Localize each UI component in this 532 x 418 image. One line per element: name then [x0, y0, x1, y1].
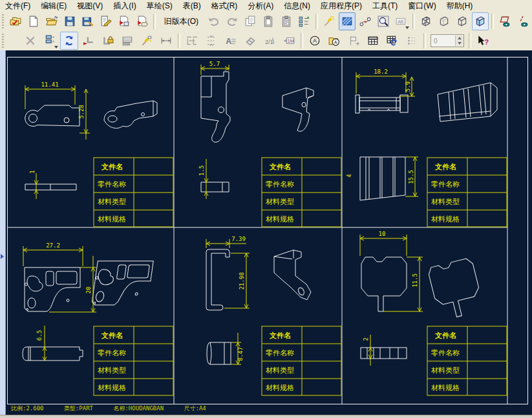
dim-thickness[interactable]: 1 — [29, 170, 36, 173]
menu-analysis[interactable]: 分析(A) — [242, 0, 279, 12]
datum-axis-toggle-button[interactable] — [515, 12, 531, 30]
dimension-button[interactable] — [157, 32, 175, 50]
menu-info[interactable]: 信息(N) — [279, 0, 315, 12]
ratio-2-1-icon: 2/1 — [264, 35, 275, 47]
paste-button[interactable] — [260, 12, 277, 30]
dim-width[interactable]: 7.39 — [231, 236, 246, 242]
dim-thickness[interactable]: 1.5 — [198, 165, 205, 176]
menu-applications[interactable]: 应用程序(P) — [315, 0, 367, 12]
dim-width[interactable]: 10 — [379, 231, 386, 237]
title-block[interactable]: 文件名 零件名称 材料类型 材料规格 — [427, 326, 507, 395]
save-button[interactable] — [61, 12, 78, 30]
title-block[interactable]: 文件名 零件名称 材料类型 材料规格 — [94, 158, 173, 227]
sheet-cell-trigger-hook[interactable]: 5.7 1.5 文件名 零件名称 材料类型 材料规格 — [174, 57, 342, 227]
clean-dims-button[interactable] — [138, 32, 156, 50]
save-as-button[interactable] — [80, 12, 96, 30]
menu-insert[interactable]: 插入(I) — [108, 0, 141, 12]
ratio-scale-button[interactable]: 2/1 — [261, 32, 279, 50]
old-version-button[interactable]: 旧版本(O) — [158, 12, 204, 30]
spray-clean-button[interactable] — [321, 12, 337, 30]
dim-thickness[interactable]: 6.5 — [36, 330, 43, 340]
title-block[interactable]: 文件名 零件名称 材料类型 材料规格 — [262, 158, 341, 227]
pattern-fill-button[interactable] — [339, 12, 356, 30]
dim-height[interactable]: 5.28 — [78, 105, 85, 119]
sheet-cell-side-bracket[interactable]: 27.2 20 6.5 文件名 零件名称 材料类型 材料规格 — [7, 227, 174, 404]
menu-tools[interactable]: 工具(T) — [367, 0, 403, 12]
dim-height[interactable]: 5.9 — [405, 81, 411, 92]
table-update-button[interactable] — [383, 32, 401, 50]
folder-axis-button[interactable]: A — [325, 32, 343, 50]
axis-display-button[interactable]: A — [306, 32, 324, 50]
dim-rib-width[interactable]: 4 — [346, 174, 352, 177]
undo-button[interactable] — [206, 12, 222, 30]
spinner-up-icon[interactable] — [456, 36, 463, 41]
text-style-button[interactable]: A — [222, 32, 240, 50]
dim-depth[interactable]: 8.47 — [237, 347, 244, 361]
align-dims-button[interactable] — [202, 32, 220, 50]
pdf-export-button[interactable] — [116, 12, 133, 30]
dim-width[interactable]: 5.7 — [209, 61, 220, 67]
link-chain-button[interactable] — [357, 12, 374, 30]
title-block[interactable]: 文件名 零件名称 材料类型 材料规格 — [427, 158, 507, 227]
dim-width[interactable]: 27.2 — [46, 242, 60, 249]
drawing-canvas[interactable]: 11.41 5.28 1 文件名 零件名称 材料类型 材料规格 — [6, 50, 532, 415]
regenerate-list-button[interactable] — [296, 12, 313, 30]
status-scale: 比例:2.600 — [11, 405, 44, 412]
detail-options-button[interactable] — [403, 32, 421, 50]
iso-view — [282, 88, 314, 131]
redo-button[interactable] — [224, 12, 240, 30]
copy-button[interactable] — [242, 12, 259, 30]
dim-width[interactable]: 18.2 — [374, 68, 388, 75]
table-rows-button[interactable] — [118, 32, 136, 50]
table-button[interactable] — [364, 32, 382, 50]
rename-button[interactable]: AB — [393, 12, 410, 30]
scale-1m-button[interactable]: 1M — [280, 32, 298, 50]
toolbar-gripper[interactable] — [2, 34, 4, 48]
eraser-button[interactable] — [241, 32, 259, 50]
menu-sketch[interactable]: 草绘(S) — [142, 0, 178, 12]
sheet-cell-octagon-plate[interactable]: 10 11.5 2 文件名 零件名称 材料类型 材料规格 — [342, 227, 507, 404]
menu-help[interactable]: 帮助(H) — [442, 0, 478, 12]
new-file-button[interactable] — [25, 12, 42, 30]
export-edit-button[interactable] — [98, 12, 114, 30]
dim-height[interactable]: 20 — [85, 287, 92, 294]
datum-plane-toggle-button[interactable] — [496, 12, 513, 30]
window-pane-button[interactable] — [183, 32, 201, 50]
menu-table[interactable]: 表(B) — [178, 0, 206, 12]
dim-thickness[interactable]: 2 — [363, 337, 369, 340]
sheet-cell-c-channel[interactable]: 7.39 21.98 8.47 文件名 零件名称 材料类型 — [174, 227, 342, 404]
menu-edit[interactable]: 编辑(E) — [36, 0, 72, 12]
display-hidden-line-button[interactable] — [436, 12, 452, 30]
menu-format[interactable]: 格式(R) — [206, 0, 243, 12]
display-wireframe-button[interactable] — [418, 12, 434, 30]
delete-button[interactable] — [21, 32, 39, 50]
menu-window[interactable]: 窗口(W) — [403, 0, 441, 12]
layer-stack-button[interactable] — [41, 32, 59, 50]
insert-arrow-button[interactable] — [80, 32, 98, 50]
open-file-button[interactable] — [43, 12, 60, 30]
display-shaded-button[interactable] — [472, 12, 489, 30]
menu-file[interactable]: 文件(F) — [0, 0, 36, 12]
dim-width[interactable]: 11.41 — [41, 81, 58, 88]
find-button[interactable] — [375, 12, 392, 30]
sheet-cell-pin-panel[interactable]: 18.2 5.9 15.5 4 文件名 零件名称 材料类型 — [342, 57, 507, 227]
toolbar-gripper[interactable] — [2, 14, 4, 28]
open-working-dir-button[interactable] — [7, 12, 24, 30]
dim-height[interactable]: 21.98 — [239, 272, 245, 289]
menu-view[interactable]: 视图(V) — [72, 0, 108, 12]
title-block[interactable]: 文件名 零件名称 材料类型 材料规格 — [94, 326, 173, 395]
display-no-hidden-button[interactable] — [454, 12, 471, 30]
spinner-down-icon[interactable] — [456, 41, 463, 46]
title-block[interactable]: 文件名 零件名称 材料类型 材料规格 — [262, 326, 341, 395]
dim-height[interactable]: 11.5 — [412, 273, 418, 287]
update-sheets-button[interactable] — [60, 32, 78, 50]
left-splitter[interactable] — [0, 50, 6, 415]
pdf-print-button[interactable] — [134, 12, 151, 30]
paste-special-button[interactable] — [278, 12, 295, 30]
sheet-cell-lever-bracket[interactable]: 11.41 5.28 1 文件名 零件名称 材料类型 材料规格 — [7, 57, 174, 227]
move-view-button[interactable] — [345, 32, 363, 50]
dim-rib-height[interactable]: 15.5 — [408, 170, 414, 184]
lock-view-button[interactable] — [99, 32, 117, 50]
sheet-number-spinner[interactable]: 0 — [431, 34, 464, 47]
context-help-button[interactable]: ? — [474, 32, 492, 50]
